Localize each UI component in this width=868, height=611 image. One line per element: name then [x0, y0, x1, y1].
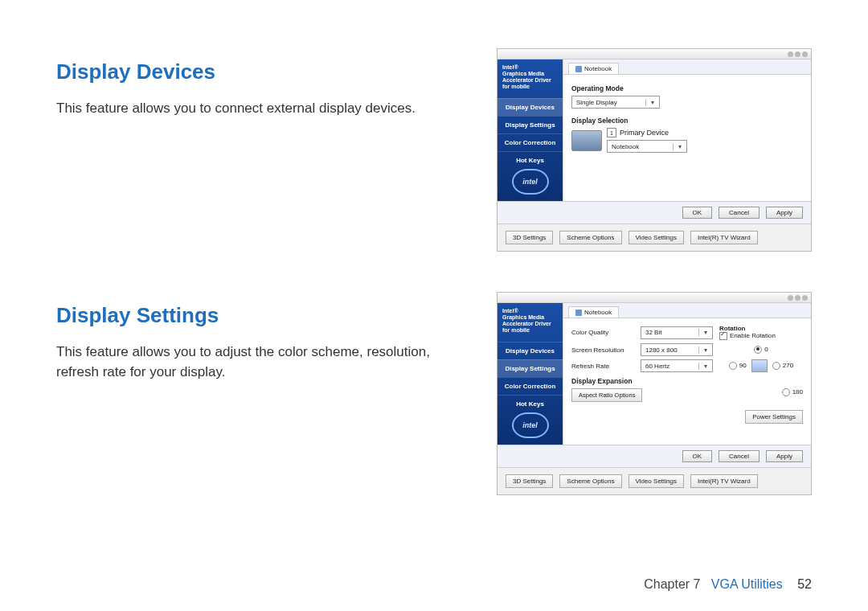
- primary-badge: 1: [607, 128, 616, 137]
- footer-3d-settings-button[interactable]: 3D Settings: [506, 474, 553, 488]
- intel-logo-icon: intel: [512, 412, 549, 438]
- resolution-label: Screen Resolution: [571, 347, 634, 354]
- operating-mode-label: Operating Mode: [571, 84, 803, 92]
- cancel-button[interactable]: Cancel: [719, 450, 760, 462]
- tab-label: Notebook: [584, 65, 612, 72]
- footer-tv-wizard-button[interactable]: Intel(R) TV Wizard: [690, 474, 758, 488]
- tab-notebook[interactable]: Notebook: [568, 306, 619, 318]
- footer-3d-settings-button[interactable]: 3D Settings: [506, 231, 553, 244]
- window-control-icon[interactable]: [802, 51, 808, 57]
- rotation-0-radio[interactable]: [754, 346, 762, 354]
- ok-button[interactable]: OK: [682, 450, 713, 462]
- panel-titlebar: [497, 49, 811, 59]
- window-control-icon[interactable]: [795, 51, 800, 57]
- sidebar-item-color-correction[interactable]: Color Correction: [497, 133, 563, 151]
- tab-notebook[interactable]: Notebook: [568, 63, 619, 74]
- sidebar-item-display-devices[interactable]: Display Devices: [497, 342, 563, 359]
- rotation-90-radio[interactable]: [729, 362, 737, 370]
- section-title-devices: Display Devices: [56, 59, 473, 84]
- primary-device-select[interactable]: Notebook▾: [607, 140, 687, 153]
- section-body-settings: This feature allows you to adjust the co…: [56, 342, 473, 382]
- rotation-270-radio[interactable]: [772, 362, 780, 370]
- footer-chapter: Chapter 7: [644, 577, 700, 591]
- footer-video-settings-button[interactable]: Video Settings: [628, 231, 684, 244]
- page-footer: Chapter 7 VGA Utilities 52: [644, 577, 812, 592]
- rotation-label: Rotation: [719, 325, 803, 332]
- window-control-icon[interactable]: [795, 295, 800, 301]
- panel-brand: Intel® Graphics Media Accelerator Driver…: [497, 59, 563, 98]
- footer-scheme-options-button[interactable]: Scheme Options: [559, 474, 621, 488]
- apply-button[interactable]: Apply: [766, 207, 803, 219]
- intel-logo-icon: intel: [512, 169, 549, 195]
- notebook-icon: [575, 66, 582, 72]
- window-control-icon[interactable]: [788, 295, 793, 301]
- refresh-select[interactable]: 60 Hertz▾: [641, 359, 713, 372]
- sidebar-item-display-settings[interactable]: Display Settings: [497, 359, 563, 377]
- panel-sidebar: Intel® Graphics Media Accelerator Driver…: [497, 59, 563, 201]
- intel-panel-devices: Intel® Graphics Media Accelerator Driver…: [497, 48, 812, 252]
- footer-video-settings-button[interactable]: Video Settings: [628, 474, 684, 488]
- chevron-down-icon: ▾: [673, 143, 684, 150]
- chevron-down-icon: ▾: [698, 347, 710, 354]
- chevron-down-icon: ▾: [645, 99, 657, 106]
- display-expansion-label: Display Expansion: [571, 377, 803, 385]
- footer-page-number: 52: [797, 577, 812, 591]
- sidebar-item-color-correction[interactable]: Color Correction: [497, 377, 563, 395]
- tab-label: Notebook: [584, 309, 612, 316]
- resolution-select[interactable]: 1280 x 800▾: [641, 343, 713, 356]
- panel-titlebar: [497, 293, 811, 303]
- sidebar-item-display-settings[interactable]: Display Settings: [497, 116, 563, 133]
- aspect-ratio-button[interactable]: Aspect Ratio Options: [571, 388, 642, 402]
- sidebar-item-hot-keys[interactable]: Hot Keys: [497, 395, 563, 412]
- footer-scheme-options-button[interactable]: Scheme Options: [559, 231, 621, 244]
- display-selection-label: Display Selection: [571, 117, 803, 125]
- color-quality-label: Color Quality: [571, 329, 634, 336]
- chevron-down-icon: ▾: [698, 363, 710, 370]
- operating-mode-select[interactable]: Single Display▾: [571, 96, 660, 109]
- primary-device-label: Primary Device: [620, 129, 669, 137]
- footer-tv-wizard-button[interactable]: Intel(R) TV Wizard: [690, 231, 758, 244]
- rotation-preview-icon: [751, 359, 768, 372]
- sidebar-item-display-devices[interactable]: Display Devices: [497, 98, 563, 116]
- window-control-icon[interactable]: [788, 51, 793, 57]
- power-settings-button[interactable]: Power Settings: [745, 410, 803, 424]
- notebook-icon: [575, 310, 582, 316]
- panel-sidebar: Intel® Graphics Media Accelerator Driver…: [497, 303, 563, 445]
- chevron-down-icon: ▾: [698, 329, 710, 336]
- intel-panel-settings: Intel® Graphics Media Accelerator Driver…: [497, 292, 812, 495]
- section-body-devices: This feature allows you to connect exter…: [56, 99, 473, 119]
- refresh-label: Refresh Rate: [571, 363, 634, 370]
- rotation-180-radio[interactable]: [782, 388, 790, 396]
- panel-brand: Intel® Graphics Media Accelerator Driver…: [497, 303, 563, 342]
- color-quality-select[interactable]: 32 Bit▾: [641, 326, 713, 339]
- enable-rotation-checkbox[interactable]: Enable Rotation: [719, 332, 803, 340]
- ok-button[interactable]: OK: [682, 207, 713, 219]
- footer-title: VGA Utilities: [711, 577, 783, 591]
- apply-button[interactable]: Apply: [766, 450, 803, 462]
- window-control-icon[interactable]: [802, 295, 808, 301]
- device-thumbnail-icon: [571, 130, 602, 151]
- sidebar-item-hot-keys[interactable]: Hot Keys: [497, 151, 563, 169]
- section-title-settings: Display Settings: [56, 303, 473, 328]
- cancel-button[interactable]: Cancel: [719, 207, 760, 219]
